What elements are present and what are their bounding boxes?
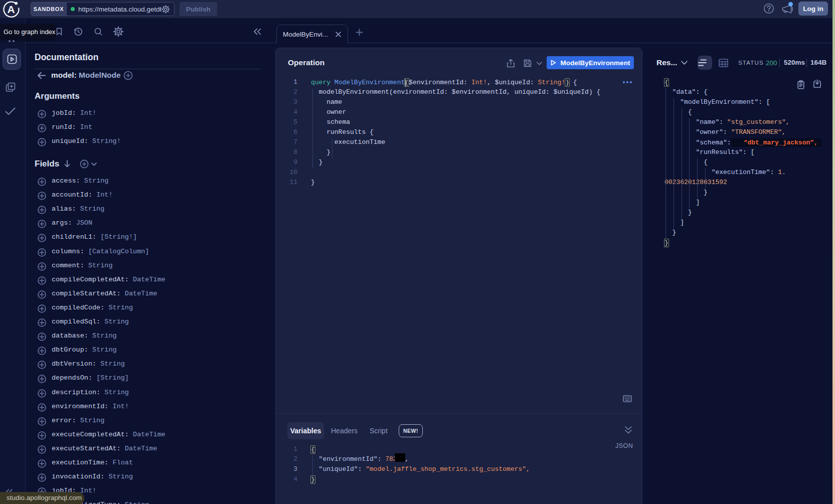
svg-text:A: A (8, 4, 15, 15)
